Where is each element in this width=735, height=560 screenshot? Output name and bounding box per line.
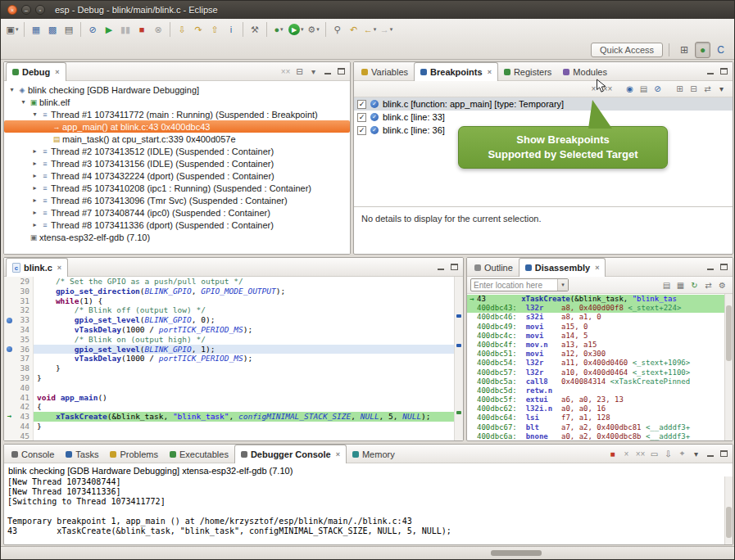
- scrollbar-handle[interactable]: [726, 507, 732, 537]
- twisty-open-icon[interactable]: ▾: [19, 98, 28, 106]
- code-text[interactable]: [34, 431, 454, 440]
- maximize-view-button[interactable]: [717, 260, 731, 273]
- close-tab-icon[interactable]: ×: [595, 264, 599, 272]
- overview-ruler[interactable]: [454, 277, 463, 440]
- search-button[interactable]: ⚲: [329, 21, 346, 38]
- debug-config-button[interactable]: ●▾: [270, 21, 287, 38]
- editor-line[interactable]: 37 vTaskDelay(1000 / portTICK_PERIOD_MS)…: [4, 354, 463, 364]
- save-all-button[interactable]: ▩: [44, 21, 61, 38]
- debug-tree-item[interactable]: ▾◈blink checking [GDB Hardware Debugging…: [4, 84, 350, 96]
- close-tab-icon[interactable]: ×: [55, 68, 59, 76]
- editor-line[interactable]: 29 /* Set the GPIO as a push/pull output…: [4, 277, 463, 287]
- overview-breakpoint-mark[interactable]: [456, 344, 461, 347]
- back-button[interactable]: ←▾: [362, 21, 379, 38]
- twisty-open-icon[interactable]: ▾: [7, 86, 16, 93]
- debug-tree-item[interactable]: ▾▣blink.elf: [4, 96, 350, 108]
- editor-line[interactable]: 32 /* Blink off (output low) */: [4, 305, 463, 315]
- breakpoint-checkbox[interactable]: ✓: [357, 126, 366, 135]
- location-input[interactable]: Enter location here: [471, 281, 557, 290]
- console-body[interactable]: [New Thread 1073408744][New Thread 10734…: [4, 476, 733, 544]
- code-text[interactable]: xTaskCreate(&blink_task, "blink_task", c…: [34, 412, 454, 422]
- location-combo[interactable]: Enter location here ▾: [470, 278, 569, 291]
- overview-breakpoint-mark[interactable]: [456, 314, 461, 318]
- collapse-all-button[interactable]: ⊟: [687, 83, 701, 96]
- code-text[interactable]: void app_main(): [34, 393, 454, 403]
- disassembly-line[interactable]: 400dbc6a: bnone a0, a2, 0x400dbc8b <__ad…: [467, 432, 733, 440]
- expand-all-button[interactable]: ⊞: [673, 83, 687, 96]
- step-return-button[interactable]: ⇧: [206, 21, 223, 38]
- breakpoint-item[interactable]: ✓✓blink.c [function: app_main] [type: Te…: [354, 97, 733, 111]
- tab-debug[interactable]: Debug ×: [6, 62, 66, 81]
- debug-tree-item[interactable]: ▸≡Thread #5 1073410208 (ipc1 : Running) …: [4, 182, 350, 194]
- debug-tree-item[interactable]: ▸≡Thread #3 1073413156 (IDLE) (Suspended…: [4, 157, 350, 169]
- editor-line[interactable]: 42{: [4, 402, 463, 412]
- window-maximize-button[interactable]: ▫: [35, 5, 45, 15]
- build-button[interactable]: ⚒: [247, 21, 263, 38]
- remove-launch-button[interactable]: ×: [619, 447, 633, 460]
- code-text[interactable]: }: [34, 373, 454, 383]
- code-text[interactable]: /* Blink on (output high) */: [34, 335, 454, 345]
- disassembly-line[interactable]: 400dbc57: l32r a10, 0x400d0464 <_stext+1…: [467, 368, 733, 377]
- debug-tree-item[interactable]: ▸≡Thread #4 1073432224 (dport) (Suspende…: [4, 169, 350, 182]
- close-tab-icon[interactable]: ×: [336, 450, 340, 458]
- instruction-stepping-button[interactable]: i: [223, 21, 239, 38]
- disassembly-line[interactable]: 400dbc43: l32r a8, 0x400d00f8 <_stext+22…: [467, 304, 733, 313]
- sync-with-stack-toggle[interactable]: ⇄: [701, 278, 715, 291]
- maximize-view-button[interactable]: [334, 65, 348, 78]
- remove-all-terminated-button[interactable]: ××: [279, 65, 293, 78]
- twisty-closed-icon[interactable]: ▸: [30, 196, 39, 204]
- code-text[interactable]: }: [34, 364, 454, 373]
- last-edit-location-button[interactable]: ↶: [346, 21, 362, 38]
- debug-tree-item[interactable]: ▸≡Thread #8 1073411336 (dport) (Suspende…: [4, 219, 350, 231]
- console-display-menu-button[interactable]: ▾: [689, 447, 703, 460]
- disassembly-line[interactable]: 400dbc5d: retw.n: [467, 386, 733, 395]
- minimize-view-button[interactable]: [703, 260, 717, 273]
- breakpoint-marker-icon[interactable]: [4, 315, 15, 325]
- resume-button[interactable]: ▶: [101, 21, 117, 38]
- step-into-button[interactable]: ⇩: [174, 21, 190, 38]
- refresh-view-button[interactable]: ↻: [687, 278, 701, 291]
- quick-access-button[interactable]: Quick Access: [591, 43, 663, 57]
- scrollbar-handle[interactable]: [726, 305, 732, 361]
- window-close-button[interactable]: ×: [7, 5, 17, 15]
- scroll-lock-toggle[interactable]: ⇩: [661, 447, 675, 460]
- editor-line[interactable]: 45: [4, 431, 463, 440]
- debug-tree-item[interactable]: →app_main() at blink.c:43 0x400dbc43: [4, 120, 350, 133]
- clear-console-button[interactable]: ▭: [647, 447, 661, 460]
- remove-all-launches-button[interactable]: ××: [633, 447, 647, 460]
- disassembly-line[interactable]: 400dbc4f: mov.n a13, a15: [467, 341, 733, 350]
- minimize-view-button[interactable]: [320, 65, 334, 78]
- code-text[interactable]: /* Set the GPIO as a push/pull output */: [34, 277, 454, 287]
- overview-current-line-mark[interactable]: [456, 411, 461, 414]
- code-text[interactable]: [34, 383, 454, 393]
- forward-button[interactable]: →▾: [379, 21, 395, 38]
- close-tab-icon[interactable]: ×: [57, 264, 61, 272]
- horizontal-scrollbar-handle[interactable]: [491, 550, 542, 556]
- disassembly-line[interactable]: →43 xTaskCreate(&blink_task, "blink_tas: [467, 295, 733, 304]
- debug-tree-item[interactable]: ▣xtensa-esp32-elf-gdb (7.10): [4, 231, 350, 243]
- debug-tree-item[interactable]: ▾≡Thread #1 1073411772 (main : Running) …: [4, 108, 350, 120]
- maximize-view-button[interactable]: [447, 260, 461, 273]
- tab-tasks[interactable]: Tasks: [60, 445, 104, 463]
- new-wizard-button[interactable]: ▣▾: [4, 21, 20, 38]
- code-text[interactable]: while(1) {: [34, 296, 454, 306]
- tab-problems[interactable]: Problems: [104, 445, 163, 463]
- open-perspective-button[interactable]: ⊞: [675, 42, 693, 58]
- tab-debugger-console[interactable]: Debugger Console×: [234, 445, 347, 463]
- run-config-button[interactable]: ▶▾: [287, 21, 306, 38]
- disassembly-line[interactable]: 400dbc51: movi a12, 0x300: [467, 350, 733, 359]
- pin-console-toggle[interactable]: ⌖: [675, 447, 689, 460]
- code-text[interactable]: vTaskDelay(1000 / portTICK_PERIOD_MS);: [34, 354, 454, 364]
- console-scrollbar[interactable]: [724, 476, 733, 544]
- editor-line[interactable]: 36 gpio_set_level(BLINK_GPIO, 1);: [4, 345, 463, 355]
- disassembly-line[interactable]: 400dbc4c: movi a14, 5: [467, 332, 733, 341]
- tab-breakpoints[interactable]: Breakpoints×: [414, 62, 498, 81]
- instruction-pointer-icon[interactable]: →: [4, 412, 15, 422]
- skip-all-breakpoints-button[interactable]: ⊘: [84, 21, 101, 38]
- editor-line[interactable]: 44}: [4, 422, 463, 431]
- breakpoint-checkbox[interactable]: ✓: [357, 100, 366, 109]
- window-minimize-button[interactable]: –: [21, 5, 31, 15]
- disassembly-line[interactable]: 400dbc62: l32i.n a0, a0, 16: [467, 404, 733, 413]
- debug-tree-item[interactable]: ▸≡Thread #6 1073413096 (Tmr Svc) (Suspen…: [4, 194, 350, 206]
- external-tools-button[interactable]: ⚙▾: [306, 21, 322, 38]
